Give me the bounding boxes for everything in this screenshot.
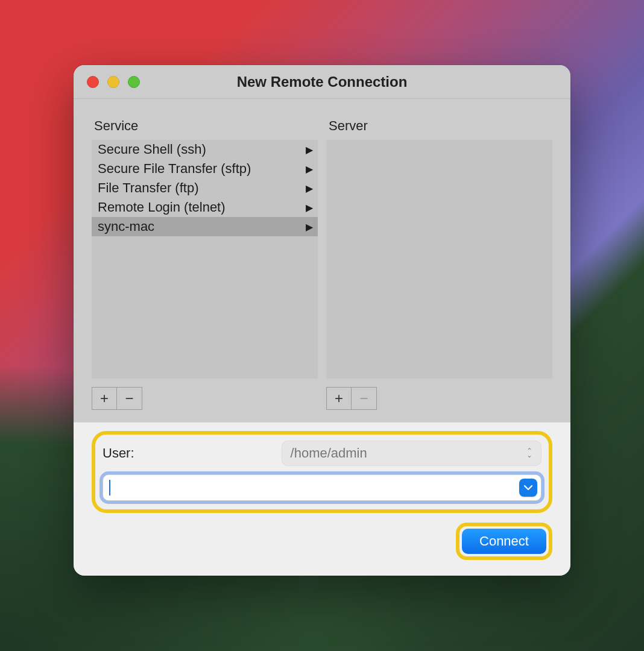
chevron-right-icon: ▶ — [306, 183, 313, 194]
list-item-label: sync-mac — [98, 219, 154, 234]
list-item-label: Remote Login (telnet) — [98, 200, 226, 215]
service-label: Service — [92, 118, 318, 134]
bottom-panel: User: /home/admin ⌃⌄ — [74, 422, 570, 576]
dialog-body: Service Secure Shell (ssh) ▶ Secure File… — [74, 99, 570, 422]
path-value: /home/admin — [291, 445, 367, 461]
close-icon[interactable] — [87, 76, 99, 88]
chevron-right-icon: ▶ — [306, 202, 313, 213]
service-item-ssh[interactable]: Secure Shell (ssh) ▶ — [92, 140, 318, 159]
user-label: User: — [103, 445, 134, 461]
connection-combobox[interactable] — [103, 474, 541, 501]
list-item-label: Secure File Transfer (sftp) — [98, 161, 251, 177]
connect-button[interactable]: Connect — [462, 529, 546, 554]
minus-icon: − — [359, 390, 368, 407]
chevron-right-icon: ▶ — [306, 144, 313, 156]
remove-server-button: − — [352, 387, 377, 410]
dialog-window: New Remote Connection Service Secure She… — [74, 65, 570, 576]
minimize-icon[interactable] — [107, 76, 119, 88]
connect-label: Connect — [479, 533, 529, 549]
highlight-connect: Connect — [456, 523, 552, 560]
window-title: New Remote Connection — [74, 74, 570, 90]
add-service-button[interactable]: + — [92, 387, 117, 410]
service-item-sftp[interactable]: Secure File Transfer (sftp) ▶ — [92, 159, 318, 178]
minus-icon: − — [125, 390, 133, 407]
chevron-down-icon — [524, 485, 532, 491]
stepper-icon: ⌃⌄ — [526, 449, 532, 458]
server-listbox[interactable] — [326, 140, 552, 379]
server-label: Server — [326, 118, 552, 134]
chevron-right-icon: ▶ — [306, 163, 313, 175]
user-input[interactable] — [142, 441, 274, 465]
service-item-telnet[interactable]: Remote Login (telnet) ▶ — [92, 198, 318, 217]
titlebar: New Remote Connection — [74, 65, 570, 99]
service-item-ftp[interactable]: File Transfer (ftp) ▶ — [92, 178, 318, 198]
highlight-user-section: User: /home/admin ⌃⌄ — [92, 431, 552, 513]
dropdown-button[interactable] — [519, 479, 537, 497]
plus-icon: + — [100, 390, 109, 407]
service-item-sync-mac[interactable]: sync-mac ▶ — [92, 217, 318, 236]
list-item-label: File Transfer (ftp) — [98, 180, 198, 196]
chevron-right-icon: ▶ — [306, 221, 313, 233]
remove-service-button[interactable]: − — [117, 387, 142, 410]
zoom-icon[interactable] — [128, 76, 140, 88]
service-listbox[interactable]: Secure Shell (ssh) ▶ Secure File Transfe… — [92, 140, 318, 379]
path-select[interactable]: /home/admin ⌃⌄ — [282, 441, 541, 466]
plus-icon: + — [335, 390, 343, 407]
list-item-label: Secure Shell (ssh) — [98, 142, 206, 157]
text-cursor — [109, 480, 110, 495]
add-server-button[interactable]: + — [326, 387, 352, 410]
